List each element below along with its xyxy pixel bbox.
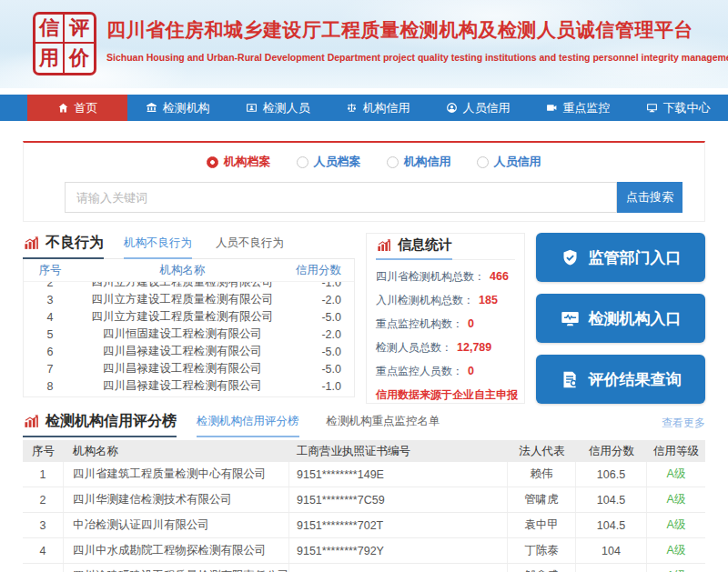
radio-icon[interactable] [387,156,399,168]
search-scope-option[interactable]: 机构信用 [387,154,451,170]
search-scope-option-label: 机构档案 [224,154,271,170]
monitor-icon [546,102,558,114]
radio-icon[interactable] [207,156,218,168]
bad-behavior-header: 不良行为 机构不良行为 人员不良行为 [23,233,355,259]
row-legal-person: 赖伟 [508,462,576,487]
row-org-name: 四川华测建信检测技术有限公司 [64,487,289,512]
table-row[interactable]: 3 中冶检测认证四川有限公司 9151********702T 袁中甲 104.… [23,513,705,538]
credit-data-note: 信用数据来源于企业自主申报 [376,387,515,403]
table-row[interactable]: 1 四川省建筑工程质量检测中心有限公司 9151********149E 赖伟 … [23,462,705,487]
trend-chart-icon [376,238,392,253]
row-org-name: 四川省建筑工程质量检测中心有限公司 [64,462,289,487]
tab[interactable]: 检测机构重点监控名单 [327,414,440,437]
row-seq: 5 [24,328,76,341]
portal-button[interactable]: 监管部门入口 [536,233,705,282]
radio-icon[interactable] [477,156,489,168]
row-seq: 1 [23,462,64,487]
rating-table-header: 序号 机构名称 工商营业执照证书编号 法人代表 信用分数 信用等级 [23,440,705,462]
search-input[interactable] [65,182,617,213]
logo-char: 用 [35,44,65,73]
info-stats-title: 信息统计 [376,236,452,260]
table-row[interactable]: 4 四川中水成勘院工程物探检测有限公司 9151********792Y 丁陈泰… [23,538,705,564]
row-org-name: 四川中水成勘院工程物探检测有限公司 [64,538,289,563]
nav-item[interactable]: 机构信用 [328,95,428,121]
column-header-legal: 法人代表 [508,444,576,459]
column-header-name: 机构名称 [76,263,288,278]
trend-chart-icon [23,236,40,251]
stat-value: 12,789 [457,341,491,354]
row-seq: 7 [24,363,76,376]
view-more-link[interactable]: 查看更多 [662,416,705,437]
nav-item-label: 首页 [75,100,98,116]
search-button[interactable]: 点击搜索 [617,182,682,213]
site-titles: 四川省住房和城乡建设厅工程质量检测机构及检测人员诚信管理平台 Sichuan H… [106,17,719,63]
portal-button[interactable]: 检测机构入口 [536,294,705,343]
bad-behavior-row[interactable]: 3 四川立方建设工程质量检测有限公司 -2.0 [24,291,354,308]
row-credit-score: -1.0 [288,380,354,393]
nav-item[interactable]: 检测机构 [127,95,228,121]
stat-value: 466 [490,270,509,283]
bad-behavior-row[interactable]: 4 四川立方建设工程质量检测有限公司 -5.0 [24,308,354,326]
stat-value: 0 [468,317,474,330]
column-header-score: 信用分数 [288,263,354,278]
table-row[interactable]: 2 四川华测建信检测技术有限公司 9151********7C59 管啸虎 10… [23,487,705,513]
row-seq: 5 [23,564,64,572]
nav-item[interactable]: 重点监控 [528,95,628,121]
portal-button-label: 监管部门入口 [589,247,682,268]
stat-item: 四川省检测机构总数： 466 [376,265,515,288]
row-license-number: 9151********9680 [289,564,508,572]
stat-label: 重点监控机构数： [376,316,463,332]
search-scope-option[interactable]: 机构档案 [207,154,271,170]
rating-board-header: 检测机构信用评分榜 检测机构信用评分榜 检测机构重点监控名单 查看更多 [23,413,705,437]
nav-item[interactable]: 人员信用 [428,95,528,121]
nav-item[interactable]: 检测人员 [228,95,328,121]
portal-button-label: 检测机构入口 [589,308,682,329]
row-org-name: 四川立方建设工程质量检测有限公司 [76,292,288,307]
row-legal-person: 丁陈泰 [508,538,576,563]
tab[interactable]: 检测机构信用评分榜 [197,414,299,437]
bad-behavior-list[interactable]: 2 四川立方建设工程质量检测有限公司 -1.0 3 四川立方建设工程质量检测有限… [24,282,354,396]
row-seq: 4 [23,538,64,563]
nav-item[interactable]: 下载中心 [628,95,728,121]
site-logo: 信评用价 [33,12,96,75]
bad-behavior-title: 不良行为 [23,234,104,259]
bad-behavior-row[interactable]: 6 四川昌禄建设工程检测有限公司 -5.0 [24,343,354,360]
stat-item: 检测人员总数： 12,789 [376,336,515,359]
row-credit-score: 104 [576,538,647,563]
search-scope-option[interactable]: 人员信用 [477,154,541,170]
nav-item-label: 重点监控 [563,100,611,116]
row-org-name: 四川昌禄建设工程检测有限公司 [76,344,288,359]
portal-button[interactable]: 评价结果查询 [536,355,705,404]
nav-item-label: 人员信用 [463,100,511,116]
site-header: 信评用价 四川省住房和城乡建设厅工程质量检测机构及检测人员诚信管理平台 Sich… [0,0,728,88]
stat-item: 重点监控机构数： 0 [376,312,515,336]
tab[interactable]: 人员不良行为 [216,236,284,259]
stat-label: 检测人员总数： [376,340,452,356]
row-seq: 2 [24,282,76,289]
dashboard-columns: 不良行为 机构不良行为 人员不良行为 序号 机构名称 信用分数 2 四川立方建设… [23,233,705,404]
row-org-name: 中冶检测认证四川有限公司 [64,513,289,537]
table-row[interactable]: 5 四川渝建研建设工程质量检测有限责任公司 9151********9680 邹… [23,564,705,572]
row-seq: 8 [24,380,76,393]
row-license-number: 9151********792Y [289,538,508,563]
radio-icon[interactable] [297,156,308,168]
doc-search-icon [561,370,580,389]
search-scope-option[interactable]: 人员档案 [297,154,361,170]
bad-behavior-title-label: 不良行为 [46,234,104,253]
bad-behavior-row[interactable]: 8 四川昌禄建设工程检测有限公司 -1.0 [24,377,354,395]
rating-board-title: 检测机构信用评分榜 [23,412,177,437]
nav-item-label: 机构信用 [363,100,410,116]
column-header-seq: 序号 [23,444,64,459]
page: 信评用价 四川省住房和城乡建设厅工程质量检测机构及检测人员诚信管理平台 Sich… [0,0,728,572]
bad-behavior-row[interactable]: 5 四川恒固建设工程检测有限公司 -2.0 [24,326,354,343]
stat-item: 重点监控人员数： 0 [376,359,515,383]
bad-behavior-row[interactable]: 2 四川立方建设工程质量检测有限公司 -1.0 [24,282,354,291]
tab-label: 机构不良行为 [124,236,192,249]
row-credit-score: -5.0 [288,346,354,358]
info-stats-header: 信息统计 [376,234,515,260]
row-seq: 6 [24,346,76,358]
portal-button-label: 评价结果查询 [589,369,682,390]
tab[interactable]: 机构不良行为 [124,236,192,259]
nav-item[interactable]: 首页 [27,95,127,121]
bad-behavior-row[interactable]: 7 四川昌禄建设工程检测有限公司 -5.0 [24,360,354,377]
